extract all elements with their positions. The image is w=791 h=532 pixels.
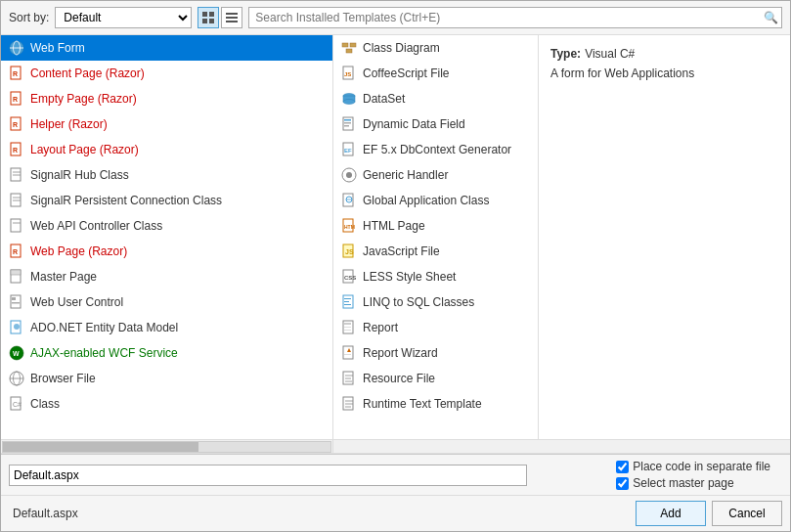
list-item[interactable]: R Layout Page (Razor) bbox=[1, 137, 332, 162]
item-label: EF 5.x DbContext Generator bbox=[363, 143, 511, 156]
linq-icon bbox=[341, 294, 357, 310]
list-item[interactable]: SignalR Persistent Connection Class bbox=[1, 188, 332, 213]
svg-rect-3 bbox=[209, 19, 214, 23]
select-master-row: Select master page bbox=[616, 476, 770, 490]
svg-text:R: R bbox=[13, 70, 18, 77]
type-description: A form for Web Applications bbox=[550, 66, 778, 80]
list-item[interactable]: Web Form bbox=[1, 35, 332, 61]
item-label: Web Form bbox=[30, 41, 85, 55]
search-container: 🔍 bbox=[248, 7, 782, 28]
list-item[interactable]: CSS LESS Style Sheet bbox=[333, 264, 538, 289]
list-item[interactable]: DataSet bbox=[333, 86, 538, 111]
place-code-checkbox[interactable] bbox=[616, 461, 629, 473]
list-item[interactable]: LINQ to SQL Classes bbox=[333, 289, 538, 315]
browser-icon bbox=[9, 371, 24, 386]
options-checkboxes: Place code in separate file Select maste… bbox=[616, 460, 770, 490]
item-label: Layout Page (Razor) bbox=[30, 143, 139, 156]
list-item[interactable]: Dynamic Data Field bbox=[333, 111, 538, 137]
list-item[interactable]: JS JavaScript File bbox=[333, 239, 538, 264]
list-item[interactable]: R Content Page (Razor) bbox=[1, 61, 332, 86]
html-icon: HTM bbox=[341, 218, 357, 234]
svg-text:R: R bbox=[13, 248, 18, 255]
masterpage-icon bbox=[9, 269, 24, 285]
item-label: SignalR Persistent Connection Class bbox=[30, 194, 222, 207]
svg-text:HTM: HTM bbox=[344, 224, 355, 230]
signalr2-icon bbox=[9, 193, 24, 208]
list-item[interactable]: Web API Controller Class bbox=[1, 213, 332, 239]
type-value: Visual C# bbox=[585, 47, 635, 61]
scrollbar-area bbox=[1, 440, 790, 454]
item-label: JavaScript File bbox=[363, 244, 440, 258]
svg-rect-52 bbox=[344, 122, 351, 124]
svg-rect-31 bbox=[12, 297, 16, 300]
left-scrollbar[interactable] bbox=[1, 440, 333, 453]
file-gray3-icon bbox=[9, 218, 24, 234]
handler-file-icon bbox=[341, 167, 357, 183]
svg-rect-29 bbox=[11, 270, 21, 275]
svg-point-34 bbox=[14, 324, 20, 330]
svg-text:CSS: CSS bbox=[344, 275, 356, 281]
list-item[interactable]: ADO.NET Entity Data Model bbox=[1, 315, 332, 340]
list-item[interactable]: EF EF 5.x DbContext Generator bbox=[333, 137, 538, 162]
list-item[interactable]: Runtime Text Template bbox=[333, 391, 538, 417]
item-label: Runtime Text Template bbox=[363, 397, 482, 411]
item-label: Generic Handler bbox=[363, 168, 448, 182]
add-button[interactable]: Add bbox=[636, 501, 706, 526]
webform-icon bbox=[9, 40, 24, 56]
class-diagram-icon bbox=[341, 40, 357, 56]
list-item[interactable]: SignalR Hub Class bbox=[1, 162, 332, 188]
select-master-checkbox[interactable] bbox=[616, 477, 629, 490]
list-item[interactable]: Class Diagram bbox=[333, 35, 538, 61]
list-item[interactable]: W AJAX-enabled WCF Service bbox=[1, 340, 332, 366]
file-red2-icon: R bbox=[9, 244, 24, 259]
list-item[interactable]: Browser File bbox=[1, 366, 332, 391]
item-label: HTML Page bbox=[363, 219, 425, 233]
less-icon: CSS bbox=[341, 269, 357, 285]
runtime-text-icon bbox=[341, 396, 357, 412]
list-item[interactable]: Report bbox=[333, 315, 538, 340]
file-icon: R bbox=[9, 91, 24, 107]
list-item[interactable]: Resource File bbox=[333, 366, 538, 391]
select-master-label: Select master page bbox=[633, 476, 733, 490]
item-label: Report bbox=[363, 321, 398, 334]
svg-rect-75 bbox=[343, 346, 353, 359]
ef-file-icon: EF bbox=[341, 142, 357, 157]
report-icon bbox=[341, 320, 357, 335]
sort-dropdown[interactable]: Default bbox=[55, 7, 192, 28]
html-page-icon: HTM bbox=[341, 218, 357, 234]
svg-rect-69 bbox=[344, 301, 349, 302]
item-label: Dynamic Data Field bbox=[363, 117, 465, 131]
usercontrol-file-icon bbox=[9, 294, 24, 310]
list-item[interactable]: HTM HTML Page bbox=[333, 213, 538, 239]
item-label: Helper (Razor) bbox=[30, 117, 108, 131]
cancel-button[interactable]: Cancel bbox=[712, 501, 782, 526]
list-item[interactable]: R Web Page (Razor) bbox=[1, 239, 332, 264]
file-gray2-icon bbox=[9, 193, 24, 208]
dataset-file-icon bbox=[341, 91, 357, 107]
svg-text:JS: JS bbox=[345, 248, 354, 255]
list-item[interactable]: R Empty Page (Razor) bbox=[1, 86, 332, 111]
list-view-button[interactable] bbox=[221, 7, 242, 28]
list-item[interactable]: Generic Handler bbox=[333, 162, 538, 188]
file-icon: R bbox=[9, 116, 24, 132]
coffeescript-icon: JS bbox=[341, 66, 357, 81]
list-item[interactable]: Global Application Class bbox=[333, 188, 538, 213]
page-red4-icon: R bbox=[9, 142, 24, 157]
list-item[interactable]: Report Wizard bbox=[333, 340, 538, 366]
dynamic-data-icon bbox=[341, 116, 357, 132]
search-input[interactable] bbox=[248, 7, 782, 28]
list-item[interactable]: Web User Control bbox=[1, 289, 332, 315]
report-file-icon bbox=[341, 320, 357, 335]
item-label: Class bbox=[30, 397, 60, 411]
filename-input[interactable] bbox=[9, 465, 527, 486]
item-label: Browser File bbox=[30, 372, 96, 385]
grid-view-button[interactable] bbox=[198, 7, 219, 28]
list-item[interactable]: Master Page bbox=[1, 264, 332, 289]
svg-text:R: R bbox=[13, 96, 18, 103]
list-item[interactable]: R Helper (Razor) bbox=[1, 111, 332, 137]
javascript-icon: JS bbox=[341, 244, 357, 259]
class-file-icon: C# bbox=[9, 396, 24, 412]
list-item[interactable]: C# Class bbox=[1, 391, 332, 417]
list-item[interactable]: JS CoffeeScript File bbox=[333, 61, 538, 86]
item-label: Report Wizard bbox=[363, 346, 438, 360]
